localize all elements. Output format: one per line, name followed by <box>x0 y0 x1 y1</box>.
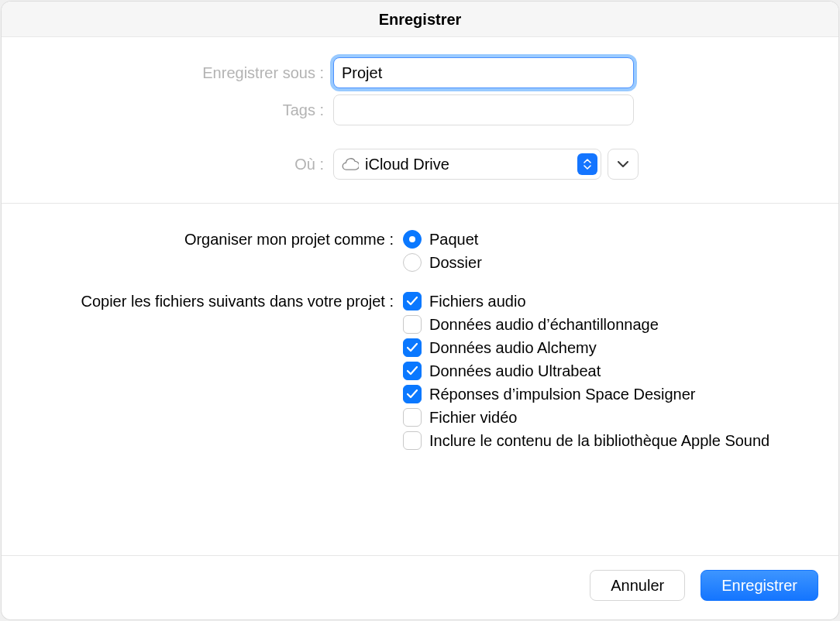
save-dialog: Enregistrer Enregistrer sous : Tags : Où… <box>2 2 838 619</box>
where-location-text: iCloud Drive <box>365 156 577 173</box>
checkbox-apple-sound-lib[interactable] <box>403 431 422 450</box>
radio-folder[interactable] <box>403 253 422 272</box>
options-section: Organiser mon projet comme : Paquet Doss… <box>2 204 838 472</box>
checkbox-space-designer-label: Réponses d’impulsion Space Designer <box>429 386 696 403</box>
tags-input[interactable] <box>333 94 634 125</box>
checkbox-audio-files-label: Fichiers audio <box>429 293 526 310</box>
copy-label: Copier les fichiers suivants dans votre … <box>17 293 403 310</box>
footer: Annuler Enregistrer <box>2 555 838 619</box>
titlebar: Enregistrer <box>2 2 838 37</box>
cloud-icon <box>342 158 359 170</box>
where-select[interactable]: iCloud Drive <box>333 149 601 180</box>
where-label: Où : <box>17 156 333 173</box>
radio-package-label: Paquet <box>429 231 478 249</box>
cancel-button[interactable]: Annuler <box>590 570 685 601</box>
chevron-down-icon <box>618 161 628 168</box>
checkbox-sampler-audio-label: Données audio d’échantillonnage <box>429 316 659 334</box>
checkbox-video-file[interactable] <box>403 408 422 427</box>
checkbox-ultrabeat-audio-label: Données audio Ultrabeat <box>429 362 601 380</box>
tags-label: Tags : <box>17 101 333 119</box>
organize-label: Organiser mon projet comme : <box>17 231 403 249</box>
checkbox-alchemy-audio[interactable] <box>403 338 422 357</box>
save-button[interactable]: Enregistrer <box>701 570 818 601</box>
updown-icon <box>577 153 597 175</box>
radio-package[interactable] <box>403 230 422 249</box>
checkbox-space-designer[interactable] <box>403 385 422 403</box>
checkbox-alchemy-audio-label: Données audio Alchemy <box>429 339 597 357</box>
save-as-label: Enregistrer sous : <box>17 64 333 82</box>
checkbox-video-file-label: Fichier vidéo <box>429 409 517 427</box>
dialog-title: Enregistrer <box>2 11 838 29</box>
checkbox-apple-sound-lib-label: Inclure le contenu de la bibliothèque Ap… <box>429 432 769 450</box>
checkbox-audio-files[interactable] <box>403 292 422 310</box>
file-section: Enregistrer sous : Tags : Où : iCloud Dr… <box>2 37 838 203</box>
filename-input[interactable] <box>333 57 634 88</box>
radio-folder-label: Dossier <box>429 254 482 272</box>
checkbox-ultrabeat-audio[interactable] <box>403 362 422 380</box>
disclosure-button[interactable] <box>608 149 639 180</box>
checkbox-sampler-audio[interactable] <box>403 315 422 334</box>
